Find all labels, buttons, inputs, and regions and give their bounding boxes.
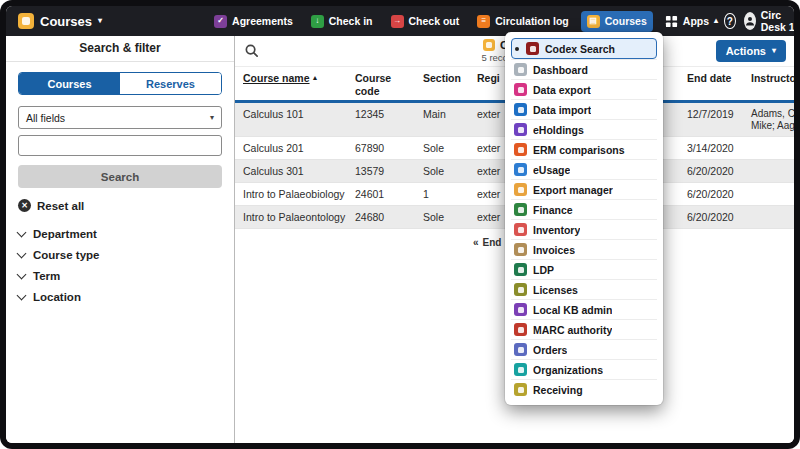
app-menu-item-marc-authority[interactable]: MARC authority [511,319,657,339]
inventory-icon [514,223,527,236]
app-menu-item-dashboard[interactable]: Dashboard [511,59,657,79]
nav-label: Circulation log [495,15,569,27]
app-menu-item-eusage[interactable]: eUsage [511,159,657,179]
app-menu-label: MARC authority [533,324,612,336]
nav-item-check-out[interactable]: → Check out [385,11,466,32]
app-menu-label: Licenses [533,284,578,296]
tab-reserves[interactable]: Reserves [120,73,221,94]
data-import-icon [514,103,527,116]
cell-course-code: 24680 [355,211,401,224]
current-app-name: Courses [40,14,92,29]
app-menu-item-licenses[interactable]: Licenses [511,279,657,299]
check-out-icon: → [391,15,404,28]
app-menu-label: Dashboard [533,64,588,76]
invoices-icon [514,243,527,256]
segment-tabs: Courses Reserves [18,72,222,95]
pane-title: Search & filter [6,36,234,62]
column-header-course-name[interactable]: Course name▲ [243,72,349,85]
column-header-instructor[interactable]: Instructor [751,72,794,85]
user-menu[interactable]: Circ Desk 1 ▾ [744,9,794,33]
cell-instructor: Adams, C Mike; Aag [751,108,794,132]
accordion-department[interactable]: Department [18,225,222,243]
sidebar-body: Courses Reserves All fields ▾ Search ✕ R… [6,62,234,316]
cell-section: Sole [423,211,473,224]
apps-grid-icon [665,15,678,28]
nav-item-courses[interactable]: ▤ Courses [581,11,653,32]
app-menu-item-export-manager[interactable]: Export manager [511,179,657,199]
search-field-select[interactable]: All fields ▾ [18,106,222,129]
accordion-term[interactable]: Term [18,267,222,285]
cell-course-name: Intro to Palaeobiology [243,188,349,201]
current-app-switcher[interactable]: Courses ▾ [18,13,102,29]
app-menu-label: LDP [533,264,554,276]
app-menu-item-codex-search[interactable]: Codex Search [511,38,657,59]
chevron-down-icon [17,270,27,280]
cell-course-name: Intro to Palaeontology [243,211,349,224]
accordion-location[interactable]: Location [18,288,222,306]
nav-item-check-in[interactable]: ↓ Check in [305,11,379,32]
apps-menu-toggle[interactable]: Apps ▴ [659,11,724,32]
select-value: All fields [26,112,65,124]
column-header-section[interactable]: Section [423,72,473,85]
app-menu-label: Orders [533,344,567,356]
app-menu-item-data-export[interactable]: Data export [511,79,657,99]
dashboard-icon [514,63,527,76]
courses-app-logo-icon [18,13,34,29]
chevron-down-icon [17,228,27,238]
check-in-icon: ↓ [311,15,324,28]
app-menu-item-ldp[interactable]: LDP [511,259,657,279]
search-button[interactable]: Search [18,165,222,188]
app-menu-item-eholdings[interactable]: eHoldings [511,119,657,139]
cell-course-code: 13579 [355,165,401,178]
arrow-left-icon: « [473,237,479,248]
eusage-icon [514,163,527,176]
cell-end-date: 6/20/2020 [687,165,747,178]
reset-all-label: Reset all [37,200,84,212]
app-menu-item-orders[interactable]: Orders [511,339,657,359]
circulation-log-icon: ≡ [477,15,490,28]
chevron-down-icon: ▾ [210,114,214,122]
app-menu-item-finance[interactable]: Finance [511,199,657,219]
accordion-label: Course type [33,249,99,261]
app-menu-label: Invoices [533,244,575,256]
chevron-down-icon [17,249,27,259]
nav-item-agreements[interactable]: ✓ Agreements [208,11,299,32]
accordion-course-type[interactable]: Course type [18,246,222,264]
app-menu-label: Local KB admin [533,304,612,316]
app-menu-item-inventory[interactable]: Inventory [511,219,657,239]
user-avatar-icon [744,12,756,30]
tab-courses[interactable]: Courses [19,73,120,94]
actions-button[interactable]: Actions ▾ [716,40,786,62]
cell-end-date: 6/20/2020 [687,188,747,201]
column-header-course-code[interactable]: Course code [355,72,401,97]
app-menu-item-erm-comparisons[interactable]: ERM comparisons [511,139,657,159]
cell-section: Sole [423,165,473,178]
app-menu-item-receiving[interactable]: Receiving [511,379,657,399]
erm-comparisons-icon [514,143,527,156]
collapse-search-pane-button[interactable] [244,43,259,58]
column-header-end-date[interactable]: End date [687,72,747,85]
accordion-label: Term [33,270,60,282]
cell-course-name: Calculus 301 [243,165,349,178]
accordion-label: Location [33,291,81,303]
chevron-down-icon [17,291,27,301]
nav-label: Courses [605,15,647,27]
search-term-input[interactable] [18,135,222,156]
chevron-down-icon: ▾ [98,17,102,25]
organizations-icon [514,363,527,376]
codex-search-icon [526,42,539,55]
app-menu-item-local-kb-admin[interactable]: Local KB admin [511,299,657,319]
app-menu-item-data-import[interactable]: Data import [511,99,657,119]
nav-item-circulation-log[interactable]: ≡ Circulation log [471,11,575,32]
nav-label: Agreements [232,15,293,27]
app-menu-label: ERM comparisons [533,144,625,156]
reset-all-button[interactable]: ✕ Reset all [18,199,222,212]
cell-course-code: 67890 [355,142,401,155]
marc-authority-icon [514,323,527,336]
app-menu-item-organizations[interactable]: Organizations [511,359,657,379]
receiving-icon [514,383,527,396]
user-name: Circ Desk 1 [761,9,794,33]
help-button[interactable]: ? [724,13,736,29]
app-menu-item-invoices[interactable]: Invoices [511,239,657,259]
courses-icon: ▤ [587,15,600,28]
